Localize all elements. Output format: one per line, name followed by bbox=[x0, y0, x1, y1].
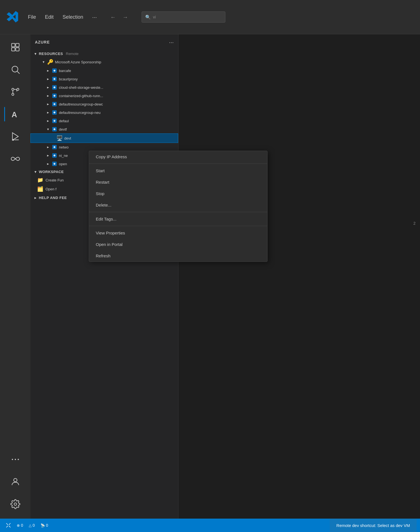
statusbar-warnings[interactable]: △ 0 bbox=[27, 523, 37, 528]
sidebar-header: AZURE ··· bbox=[30, 34, 178, 50]
netwo-label: netwo bbox=[59, 145, 69, 149]
resources-label: RESOURCES bbox=[39, 52, 63, 56]
sidebar-more-button[interactable]: ··· bbox=[169, 39, 174, 45]
activity-bar: A bbox=[0, 34, 30, 519]
chevron-containerized: ► bbox=[46, 94, 50, 97]
error-icon: ⊗ bbox=[17, 523, 20, 528]
tree-item-devtf[interactable]: ▼ devtf bbox=[30, 125, 178, 133]
subscription-item[interactable]: ▼ 🔑 Microsoft Azure Sponsorship bbox=[30, 57, 178, 66]
context-menu-delete[interactable]: Delete... bbox=[89, 199, 267, 211]
svg-point-6 bbox=[12, 88, 14, 90]
chevron-open: ► bbox=[46, 162, 50, 166]
context-menu-view-properties[interactable]: View Properties bbox=[89, 227, 267, 239]
defaultrg-neu-label: defaultresourcegroup-neu bbox=[59, 111, 101, 115]
azure-cube-icon-2 bbox=[52, 76, 57, 82]
tree-item-containerized[interactable]: ► containerized-github-runn... bbox=[30, 92, 178, 100]
context-menu-start[interactable]: Start bbox=[89, 165, 267, 176]
tree-item-bcaurlproxy[interactable]: ► bcaurlproxy bbox=[30, 75, 178, 83]
separator-2 bbox=[89, 212, 267, 212]
statusbar-errors[interactable]: ⊗ 0 bbox=[15, 523, 25, 528]
info-count: 0 bbox=[46, 523, 48, 528]
context-menu-open-portal[interactable]: Open in Portal bbox=[89, 239, 267, 250]
resources-chevron: ▼ bbox=[34, 52, 37, 56]
warning-count: 0 bbox=[33, 523, 35, 528]
statusbar-remote-label[interactable]: Remote dev shortcut: Select as dev VM bbox=[330, 519, 417, 532]
context-menu-stop[interactable]: Stop bbox=[89, 188, 267, 199]
sidebar-content: ▼ RESOURCES Remote ▼ 🔑 Microsoft Azure S… bbox=[30, 50, 178, 519]
svg-point-11 bbox=[12, 139, 14, 141]
context-menu-refresh[interactable]: Refresh bbox=[89, 250, 267, 262]
containerized-label: containerized-github-runn... bbox=[59, 94, 103, 98]
bcaurlproxy-label: bcaurlproxy bbox=[59, 77, 78, 81]
titlebar-menu: File Edit Selection ··· bbox=[26, 13, 99, 21]
statusbar-remote[interactable] bbox=[3, 523, 13, 528]
devtf-label: devtf bbox=[59, 127, 67, 131]
activity-settings[interactable] bbox=[5, 494, 25, 514]
activity-azure[interactable]: A bbox=[5, 104, 25, 124]
subscription-label: Microsoft Azure Sponsorship bbox=[55, 60, 101, 64]
chevron-devtf: ▼ bbox=[46, 128, 50, 131]
nine-label: ni_ne bbox=[59, 154, 68, 158]
workspace-chevron: ▼ bbox=[34, 170, 37, 174]
chevron-nine: ► bbox=[46, 154, 50, 157]
tree-item-defaultrg-dewc[interactable]: ► defaultresourcegroup-dewc bbox=[30, 100, 178, 108]
menu-edit[interactable]: Edit bbox=[43, 13, 56, 21]
svg-rect-3 bbox=[16, 48, 19, 51]
context-menu-restart[interactable]: Restart bbox=[89, 176, 267, 188]
activity-account[interactable] bbox=[5, 472, 25, 492]
svg-point-13 bbox=[12, 459, 13, 460]
menu-selection[interactable]: Selection bbox=[60, 13, 85, 21]
search-text: vi bbox=[153, 15, 156, 19]
svg-point-15 bbox=[18, 459, 19, 460]
sidebar: AZURE ··· ▼ RESOURCES Remote ▼ 🔑 Microso… bbox=[30, 34, 178, 519]
resources-section-header[interactable]: ▼ RESOURCES Remote bbox=[30, 50, 178, 57]
svg-point-8 bbox=[17, 88, 19, 90]
activity-search[interactable] bbox=[5, 59, 25, 80]
titlebar: File Edit Selection ··· ← → 🔍 vi bbox=[0, 0, 420, 34]
svg-text:A: A bbox=[11, 111, 17, 119]
activity-extensions[interactable] bbox=[5, 149, 25, 169]
sidebar-title: AZURE bbox=[35, 40, 50, 44]
tree-item-defaultrg-neu[interactable]: ► defaultresourcegroup-neu bbox=[30, 108, 178, 117]
tree-item-netwo[interactable]: ► netwo bbox=[30, 143, 178, 151]
tree-item-default-partial[interactable]: ► defaul bbox=[30, 117, 178, 125]
chevron-cloudshell: ► bbox=[46, 86, 50, 89]
vscode-logo bbox=[6, 10, 19, 24]
tree-item-barcafe[interactable]: ► barcafe bbox=[30, 66, 178, 75]
menu-more[interactable]: ··· bbox=[90, 13, 99, 21]
context-menu-edit-tags[interactable]: Edit Tags... bbox=[89, 213, 267, 225]
chevron-barcafe: ► bbox=[46, 69, 50, 72]
activity-more[interactable] bbox=[5, 449, 25, 469]
search-icon: 🔍 bbox=[145, 15, 151, 20]
statusbar: ⊗ 0 △ 0 📡 0 Remote dev shortcut: Select … bbox=[0, 519, 420, 532]
open-f-label: Open f bbox=[46, 187, 56, 191]
defaultrg-dewc-label: defaultresourcegroup-dewc bbox=[59, 102, 103, 106]
context-menu-copy-ip[interactable]: Copy IP Address bbox=[89, 151, 267, 162]
nav-forward[interactable]: → bbox=[120, 13, 130, 21]
svg-rect-2 bbox=[11, 48, 15, 51]
monitor-icon: 🖥️ bbox=[56, 135, 63, 141]
help-chevron: ► bbox=[34, 196, 37, 200]
nav-back[interactable]: ← bbox=[108, 13, 118, 21]
svg-line-5 bbox=[17, 71, 19, 74]
barcafe-label: barcafe bbox=[59, 69, 71, 73]
remote-label-text: Remote dev shortcut: Select as dev VM bbox=[337, 523, 410, 528]
azure-cube-icon-3 bbox=[52, 85, 57, 90]
separator-1 bbox=[89, 164, 267, 164]
azure-cube-icon-5 bbox=[52, 101, 57, 107]
tree-item-cloudshell[interactable]: ► cloud-shell-storage-weste... bbox=[30, 83, 178, 92]
activity-source-control[interactable] bbox=[5, 82, 25, 102]
statusbar-info[interactable]: 📡 0 bbox=[38, 523, 51, 528]
titlebar-search[interactable]: 🔍 vi bbox=[142, 11, 225, 23]
tree-item-devt-vm[interactable]: 🖥️ devt bbox=[30, 133, 178, 143]
key-icon: 🔑 bbox=[47, 59, 53, 65]
azure-cube-icon-4 bbox=[52, 93, 57, 99]
menu-file[interactable]: File bbox=[26, 13, 38, 21]
open-label: open bbox=[59, 162, 67, 166]
help-label: HELP AND FEE bbox=[39, 196, 67, 200]
azure-cube-icon-6 bbox=[52, 110, 57, 115]
azure-cube-icon-10 bbox=[52, 153, 57, 158]
chevron-bcaurlproxy: ► bbox=[46, 77, 50, 81]
activity-run-debug[interactable] bbox=[5, 126, 25, 147]
activity-explorer[interactable] bbox=[5, 37, 25, 57]
